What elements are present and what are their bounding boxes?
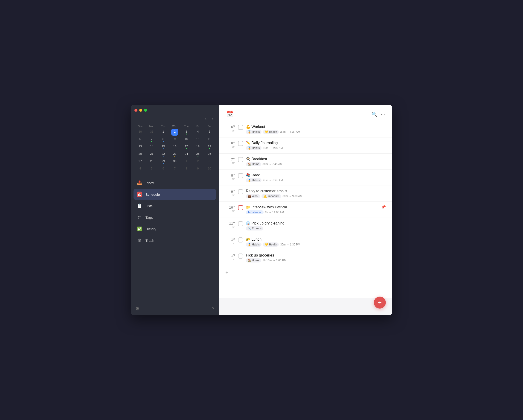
sidebar-item-history[interactable]: ✅ History <box>133 223 216 234</box>
task-title: Pick up groceries <box>246 253 386 257</box>
calendar-day[interactable]: 7 <box>148 136 155 143</box>
calendar-day[interactable]: 6 <box>160 165 167 173</box>
calendar-day[interactable]: 5 <box>206 129 213 136</box>
task-tag: 🏠 Home <box>246 162 261 166</box>
sidebar-item-schedule[interactable]: 📅 Schedule <box>133 189 216 200</box>
calendar-day[interactable]: 3 <box>183 129 190 136</box>
task-checkbox[interactable] <box>238 205 243 210</box>
task-tag: ⚠️ Important <box>262 194 281 198</box>
settings-button[interactable]: ⚙ <box>135 306 139 311</box>
calendar-day[interactable]: 28 <box>148 158 155 165</box>
calendar-day[interactable]: 2 <box>171 129 178 136</box>
calendar-week-row: 20212223242526 <box>134 151 215 158</box>
task-list: 600am💪 Workout🏅 Habits💛 Health30m → 6:30… <box>219 121 392 298</box>
task-title: 💪 Workout <box>246 124 386 129</box>
calendar-day[interactable]: 12 <box>206 136 213 143</box>
calendar-day[interactable]: 19 <box>206 143 213 150</box>
calendar-day[interactable]: 9 <box>195 165 201 173</box>
task-body: 💪 Workout🏅 Habits💛 Health30m → 6:30 AM <box>246 124 386 134</box>
task-row: 100pm🌮 Lunch🏅 Habits💛 Health30m → 1:30 P… <box>219 234 392 250</box>
task-checkbox[interactable] <box>238 141 243 146</box>
calendar-day[interactable]: 8 <box>160 136 167 143</box>
task-checkbox[interactable] <box>238 189 243 194</box>
task-time-meta: 30m → 9:30 AM <box>282 195 302 198</box>
more-options-button[interactable]: ··· <box>381 111 385 117</box>
sidebar-item-inbox[interactable]: 📥 Inbox <box>133 177 216 188</box>
task-body: 📚 Read🏅 Habits45m → 8:45 AM <box>246 173 386 182</box>
calendar-day[interactable]: 17 <box>183 143 190 150</box>
calendar-day[interactable]: 7 <box>171 165 178 173</box>
task-row: 715am🍳 Breakfast🏠 Home30m → 7:45 AM <box>219 154 392 170</box>
task-title: 🍳 Breakfast <box>246 157 386 161</box>
calendar-day[interactable]: 10 <box>206 165 213 173</box>
sidebar-item-lists[interactable]: 📋 Lists <box>133 200 216 211</box>
task-tag: 🔧 Errands <box>246 226 263 231</box>
task-time-meta: 45m → 8:45 AM <box>263 179 283 182</box>
calendar-day[interactable]: 6 <box>137 136 144 143</box>
help-button[interactable]: ? <box>212 306 214 311</box>
day-header-fri: Fri <box>192 124 204 129</box>
task-time: 645am <box>225 141 238 148</box>
maximize-button[interactable] <box>144 109 147 112</box>
trash-icon: 🗑 <box>137 238 142 243</box>
calendar-nav: ‹ › <box>204 116 214 122</box>
calendar-day[interactable]: 29 <box>160 158 167 165</box>
calendar-day[interactable]: 5 <box>148 165 155 173</box>
task-body: ✏️ Daily Journaling🏅 Habits15m → 7:00 AM <box>246 141 386 150</box>
calendar-day[interactable]: 30 <box>137 129 144 136</box>
calendar-day[interactable]: 3 <box>206 158 213 165</box>
day-header-mon: Mon <box>146 124 157 129</box>
calendar-day[interactable]: 31 <box>148 129 155 136</box>
task-time: 100pm <box>225 237 238 245</box>
calendar-day[interactable]: 15 <box>160 143 167 150</box>
calendar-day[interactable]: 2 <box>195 158 201 165</box>
task-tags: 🏅 Habits15m → 7:00 AM <box>246 146 386 150</box>
calendar-day[interactable]: 27 <box>137 158 144 165</box>
task-checkbox[interactable] <box>238 221 243 226</box>
calendar-day[interactable]: 21 <box>148 151 155 158</box>
calendar-day[interactable]: 20 <box>137 151 144 158</box>
next-month-button[interactable]: › <box>210 116 214 122</box>
search-button[interactable]: 🔍 <box>372 111 377 117</box>
calendar-day[interactable]: 11 <box>195 136 201 143</box>
calendar-day[interactable]: 13 <box>137 143 144 150</box>
calendar-day[interactable]: 14 <box>148 143 155 150</box>
calendar-day[interactable]: 22 <box>160 151 167 158</box>
calendar-day[interactable]: 16 <box>171 143 178 150</box>
task-checkbox[interactable] <box>238 125 243 130</box>
task-tags: Calendar1h → 11:00 AM <box>246 210 379 214</box>
calendar-day[interactable]: 9 <box>171 136 178 143</box>
add-task-fab[interactable]: + <box>374 296 386 309</box>
add-task-row[interactable]: + <box>219 266 392 279</box>
task-checkbox[interactable] <box>238 157 243 162</box>
prev-month-button[interactable]: ‹ <box>204 116 208 122</box>
inbox-icon: 📥 <box>137 180 142 186</box>
task-time: 1000am <box>225 205 238 212</box>
calendar-day[interactable]: 24 <box>183 151 190 158</box>
main-panel: 📅 🔍 ··· 600am💪 Workout🏅 Habits💛 Health30… <box>219 105 392 315</box>
close-button[interactable] <box>134 109 138 112</box>
calendar-day[interactable]: 1 <box>160 129 167 136</box>
calendar-day[interactable]: 23 <box>171 151 178 158</box>
calendar-day[interactable]: 30 <box>171 158 178 165</box>
minimize-button[interactable] <box>139 109 142 112</box>
calendar-header: ‹ › <box>131 112 219 124</box>
task-body: 📁 Interview with Patricia Calendar1h → 1… <box>246 205 379 214</box>
calendar-day[interactable]: 18 <box>195 143 201 150</box>
calendar-day[interactable]: 25 <box>195 151 201 158</box>
calendar-day[interactable]: 10 <box>183 136 190 143</box>
task-body: 🌮 Lunch🏅 Habits💛 Health30m → 1:30 PM <box>246 237 386 247</box>
calendar-day[interactable]: 26 <box>206 151 213 158</box>
task-title: 👔 Pick up dry cleaning <box>246 221 386 225</box>
calendar-day[interactable]: 1 <box>183 158 190 165</box>
sidebar-item-trash[interactable]: 🗑 Trash <box>133 235 216 246</box>
task-checkbox[interactable] <box>238 237 243 242</box>
today-heading <box>236 111 238 118</box>
calendar-day[interactable]: 4 <box>137 165 144 173</box>
task-checkbox[interactable] <box>238 173 243 178</box>
calendar-day[interactable]: 4 <box>195 129 201 136</box>
sidebar-item-tags[interactable]: 🏷 Tags <box>133 212 216 223</box>
calendar-day[interactable]: 8 <box>183 165 190 173</box>
day-header-tue: Tue <box>157 124 169 129</box>
task-checkbox[interactable] <box>238 254 243 259</box>
